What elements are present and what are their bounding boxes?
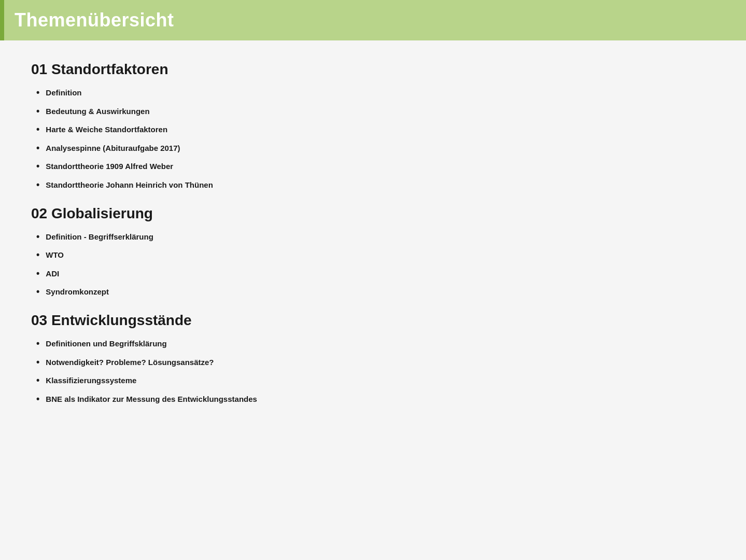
section-03-heading: 03 Entwicklungsstände <box>31 312 715 329</box>
section-01: 01 Standortfaktoren•Definition•Bedeutung… <box>31 61 715 191</box>
bullet-icon: • <box>36 394 39 405</box>
bullet-icon: • <box>36 143 39 154</box>
section-03-list: •Definitionen und Begriffsklärung•Notwen… <box>36 338 715 404</box>
section-02-list: •Definition - Begriffserklärung•WTO•ADI•… <box>36 231 715 298</box>
list-item: •Definition - Begriffserklärung <box>36 231 715 243</box>
content-area: 01 Standortfaktoren•Definition•Bedeutung… <box>0 56 746 440</box>
list-item-text: Standorttheorie 1909 Alfred Weber <box>46 161 173 172</box>
list-item: •Notwendigkeit? Probleme? Lösungsansätze… <box>36 357 715 368</box>
page-title: Themenübersicht <box>15 9 715 31</box>
list-item-text: WTO <box>46 249 64 260</box>
list-item-text: Notwendigkeit? Probleme? Lösungsansätze? <box>46 357 214 368</box>
header-banner: Themenübersicht <box>0 0 746 40</box>
list-item-text: Analysespinne (Abituraufgabe 2017) <box>46 143 180 153</box>
list-item-text: Definition <box>46 87 81 98</box>
list-item: •ADI <box>36 268 715 279</box>
list-item: •Analysespinne (Abituraufgabe 2017) <box>36 143 715 154</box>
section-01-heading: 01 Standortfaktoren <box>31 61 715 78</box>
bullet-icon: • <box>36 161 39 172</box>
bullet-icon: • <box>36 268 39 279</box>
list-item: •Definitionen und Begriffsklärung <box>36 338 715 349</box>
list-item-text: Harte & Weiche Standortfaktoren <box>46 124 167 135</box>
list-item-text: Definitionen und Begriffsklärung <box>46 338 166 349</box>
list-item: •Klassifizierungssysteme <box>36 375 715 386</box>
section-03: 03 Entwicklungsstände•Definitionen und B… <box>31 312 715 404</box>
list-item: •Standorttheorie Johann Heinrich von Thü… <box>36 179 715 191</box>
bullet-icon: • <box>36 124 39 135</box>
list-item: •Definition <box>36 87 715 99</box>
list-item-text: Syndromkonzept <box>46 286 109 297</box>
bullet-icon: • <box>36 106 39 117</box>
bullet-icon: • <box>36 179 39 191</box>
list-item-text: Definition - Begriffserklärung <box>46 231 153 242</box>
section-01-list: •Definition•Bedeutung & Auswirkungen•Har… <box>36 87 715 191</box>
bullet-icon: • <box>36 338 39 349</box>
list-item: •BNE als Indikator zur Messung des Entwi… <box>36 394 715 405</box>
list-item: •Bedeutung & Auswirkungen <box>36 106 715 117</box>
bullet-icon: • <box>36 87 39 99</box>
list-item: •Standorttheorie 1909 Alfred Weber <box>36 161 715 172</box>
page-container: Themenübersicht 01 Standortfaktoren•Defi… <box>0 0 746 560</box>
list-item: •Syndromkonzept <box>36 286 715 298</box>
bullet-icon: • <box>36 249 39 261</box>
list-item-text: ADI <box>46 268 59 279</box>
bullet-icon: • <box>36 357 39 368</box>
list-item-text: Standorttheorie Johann Heinrich von Thün… <box>46 179 213 190</box>
list-item-text: Bedeutung & Auswirkungen <box>46 106 149 117</box>
list-item-text: Klassifizierungssysteme <box>46 375 136 386</box>
section-02-heading: 02 Globalisierung <box>31 205 715 222</box>
list-item: •WTO <box>36 249 715 261</box>
bullet-icon: • <box>36 286 39 298</box>
list-item-text: BNE als Indikator zur Messung des Entwic… <box>46 394 257 404</box>
section-02: 02 Globalisierung•Definition - Begriffse… <box>31 205 715 298</box>
bullet-icon: • <box>36 231 39 243</box>
bullet-icon: • <box>36 375 39 386</box>
list-item: •Harte & Weiche Standortfaktoren <box>36 124 715 135</box>
